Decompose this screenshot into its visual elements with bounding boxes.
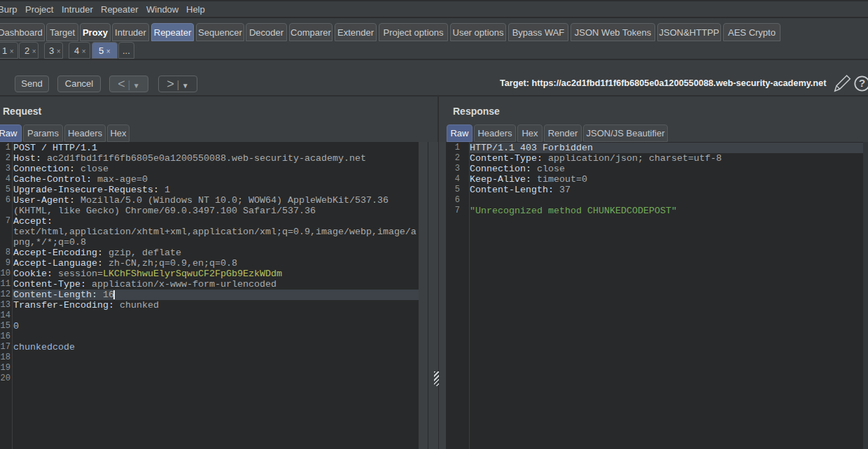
svg-text:?: ? xyxy=(859,77,865,89)
